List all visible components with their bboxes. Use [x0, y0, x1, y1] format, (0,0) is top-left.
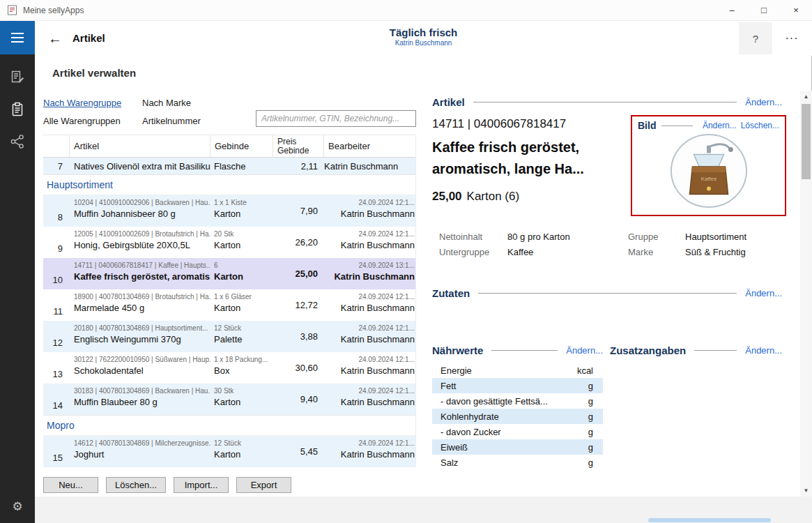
naehrwert-row: Eiweißg	[432, 439, 603, 455]
untergruppe-value: Kaffee	[507, 247, 533, 257]
col-header-artikel: Artikel	[70, 135, 210, 157]
delete-button[interactable]: Löschen...	[106, 477, 166, 493]
table-row[interactable]: 11 18900 | 4007801304869 | Brotaufstrich…	[43, 289, 415, 321]
sidebar: ⚙	[0, 21, 35, 523]
gebinde: Box	[214, 365, 273, 376]
editor-name: Katrin Buschmann	[324, 365, 415, 376]
scrollbar-thumb[interactable]	[802, 104, 811, 179]
edit-date: 24.09.2024 12:1...	[324, 293, 415, 301]
naehrwert-row: Energiekcal	[432, 363, 603, 378]
preis: 2,11	[273, 158, 324, 174]
sidebar-item-articles[interactable]	[0, 95, 35, 127]
preis: 7,90	[273, 195, 324, 227]
preis: 26,20	[273, 227, 324, 258]
divider	[478, 293, 737, 294]
minimize-button[interactable]: –	[716, 0, 748, 21]
naehrwerte-label: Nährwerte	[432, 344, 483, 356]
horizontal-scrollbar-thumb[interactable]	[648, 518, 771, 522]
naehrwert-row: - davon Zuckerg	[432, 424, 603, 439]
zusatzangaben-change-link[interactable]: Ändern...	[745, 345, 782, 356]
help-button[interactable]: ?	[739, 22, 772, 54]
article-meta: 30183 | 4007801304869 | Backwaren | Hau.…	[74, 387, 210, 395]
artikel-change-link[interactable]: Ändern...	[745, 97, 782, 107]
divider	[491, 350, 558, 351]
editor-name: Katrin Buschmann	[324, 271, 415, 282]
article-name: Marmelade 450 g	[74, 303, 210, 313]
import-button[interactable]: Import...	[174, 477, 229, 493]
more-button[interactable]: ···	[776, 22, 808, 54]
article-name: Muffin Blaubeer 80 g	[74, 397, 210, 407]
gebinde: Karton	[214, 209, 273, 219]
sidebar-item-orders[interactable]	[0, 63, 35, 95]
article-meta: 12005 | 4100910002609 | Brotaufstrich | …	[74, 230, 210, 238]
new-button[interactable]: Neu...	[43, 477, 98, 493]
warengruppe-dropdown[interactable]: Alle Warengruppen	[43, 116, 121, 126]
table-row-selected[interactable]: 10 14711 | 04006067818417 | Kaffee | Hau…	[43, 258, 415, 289]
editor-name: Katrin Buschmann	[324, 240, 415, 250]
edit-date: 24.09.2024 12:1...	[324, 356, 415, 363]
row-number: 9	[43, 227, 70, 258]
gebinde-meta: 1 x 18 Packung...	[214, 356, 273, 363]
sort-dropdown[interactable]: Artikelnummer	[142, 116, 201, 126]
divider	[661, 126, 692, 126]
image-box: Bild Ändern... Löschen... Kaffee	[631, 115, 786, 216]
table-row[interactable]: 14 30183 | 4007801304869 | Backwaren | H…	[43, 384, 415, 415]
gebinde: Karton	[214, 271, 273, 282]
editor-name: Katrin Buschmann	[324, 161, 398, 172]
bild-change-link[interactable]: Ändern...	[703, 121, 737, 130]
bild-delete-link[interactable]: Löschen...	[741, 121, 779, 130]
gebinde-meta: 30 Stk	[214, 387, 273, 395]
nettoinhalt-value: 80 g pro Karton	[507, 232, 570, 242]
table-row[interactable]: 15 14612 | 4007801304869 | Milcherzeugni…	[43, 436, 415, 467]
table-row[interactable]: 8 10204 | 4100910002906 | Backwaren | Ha…	[43, 195, 415, 227]
table-row[interactable]: 12 20180 | 4007801304869 | Hauptsortimen…	[43, 321, 415, 352]
article-name: Natives Olivenöl extra mit Basiliku...	[74, 161, 210, 172]
article-table: Artikel Gebinde Preis Gebinde Bearbeiter…	[43, 135, 416, 467]
ellipsis-icon: ···	[786, 32, 799, 45]
editor-name: Katrin Buschmann	[324, 303, 415, 313]
preis: 12,72	[273, 289, 324, 321]
article-price: 25,00Karton (6)	[432, 190, 519, 204]
divider	[694, 350, 737, 351]
row-number: 15	[43, 436, 70, 467]
search-input[interactable]	[256, 110, 416, 127]
close-button[interactable]: ×	[780, 0, 812, 21]
edit-date: 24.09.2024 12:1...	[324, 199, 415, 206]
marke-label: Marke	[628, 247, 653, 257]
maximize-button[interactable]: □	[748, 0, 780, 21]
vertical-scrollbar[interactable]: ▲ ▼	[800, 91, 812, 497]
article-name: Schokoladentafel	[74, 365, 210, 376]
gebinde-meta: 20 Stk	[214, 230, 273, 238]
article-name: Englisch Weingummi 370g	[74, 334, 210, 344]
table-row[interactable]: 13 30122 | 7622200010950 | Süßwaren | Ha…	[43, 352, 415, 384]
editor-name: Katrin Buschmann	[324, 209, 415, 219]
article-meta: 14711 | 04006067818417 | Kaffee | Haupts…	[74, 262, 210, 269]
gear-icon: ⚙	[12, 499, 22, 514]
detail-artikel-label: Artikel	[432, 96, 465, 108]
preis: 9,40	[273, 384, 324, 415]
edit-date: 24.09.2024 13:1...	[324, 262, 415, 269]
settings-button[interactable]: ⚙	[0, 494, 35, 519]
export-button[interactable]: Export	[236, 477, 291, 493]
scroll-up-icon[interactable]: ▲	[800, 91, 812, 103]
marke-value: Süß & Fruchtig	[685, 247, 746, 257]
scroll-down-icon[interactable]: ▼	[800, 485, 812, 497]
table-row[interactable]: 7 Natives Olivenöl extra mit Basiliku...…	[43, 158, 415, 174]
table-row[interactable]: 9 12005 | 4100910002609 | Brotaufstrich …	[43, 227, 415, 258]
article-meta: 10204 | 4100910002906 | Backwaren | Hau.…	[74, 199, 210, 206]
group-header: Mopro	[43, 415, 415, 436]
naehrwerte-change-link[interactable]: Ändern...	[566, 345, 603, 356]
account-switcher[interactable]: Täglich frisch Katrin Buschmann	[35, 26, 812, 47]
section-title: Artikel verwalten	[52, 67, 136, 79]
sidebar-item-network[interactable]	[0, 127, 35, 159]
row-number: 12	[43, 321, 70, 352]
row-number: 13	[43, 352, 70, 384]
edit-date: 24.09.2024 12:1...	[324, 387, 415, 395]
zutaten-change-link[interactable]: Ändern...	[745, 288, 782, 298]
tab-by-marke[interactable]: Nach Marke	[142, 98, 191, 108]
hamburger-menu-icon[interactable]	[0, 21, 35, 54]
tab-by-warengruppe[interactable]: Nach Warengruppe	[43, 98, 121, 108]
bild-label: Bild	[638, 120, 656, 131]
gebinde: Karton	[214, 449, 273, 460]
help-icon: ?	[753, 33, 758, 45]
